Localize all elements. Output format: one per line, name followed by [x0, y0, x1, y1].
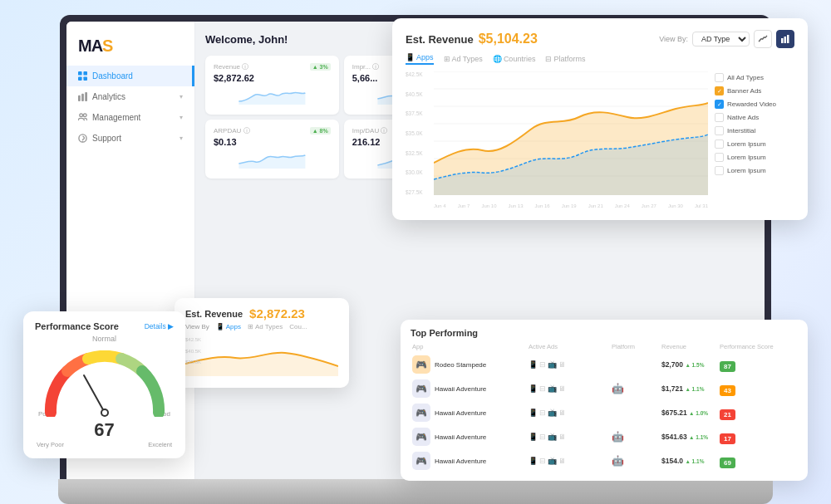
dashboard-icon — [78, 71, 87, 81]
svg-rect-5 — [81, 94, 84, 101]
svg-point-10 — [82, 141, 83, 142]
tab-countries[interactable]: 🌐Countries — [493, 53, 536, 65]
support-chevron: ▾ — [179, 135, 183, 142]
gauge — [35, 346, 174, 417]
legend-all-ad-types[interactable]: All Ad Types — [715, 73, 794, 82]
metric-revenue: Revenue ⓘ ▲ 3% $2,872.62 — [205, 56, 339, 115]
sidebar-item-support[interactable]: Support ▾ — [66, 128, 194, 149]
legend-interstitial[interactable]: Interstitial — [715, 126, 794, 135]
svg-point-7 — [80, 114, 83, 117]
svg-text:$40.5K: $40.5K — [185, 349, 201, 354]
revenue-panel-title: Est. Revenue — [406, 33, 474, 46]
svg-rect-1 — [83, 71, 87, 76]
excellent-label: Excelent — [148, 441, 172, 448]
tab-ad-types[interactable]: ⊞Ad Types — [444, 53, 483, 65]
table-row: 🎮 Hawaii Adventure 📱⊟📺🖥 $675.21 ▲ 1.0% 2… — [411, 401, 798, 424]
svg-rect-0 — [78, 71, 82, 76]
sidebar-support-label: Support — [92, 134, 121, 143]
svg-rect-13 — [787, 35, 789, 43]
legend-lorem2[interactable]: Lorem Ipsum — [715, 153, 794, 162]
table-row: 🎮 Hawaii Adventure 📱⊟📺🖥 🤖 $154.0 ▲ 1.1% … — [411, 449, 798, 472]
est-rev-tab-ad-types[interactable]: ⊞Ad Types — [248, 323, 283, 330]
metric-arpdau: ARPDAU ⓘ ▲ 8% $0.13 — [205, 120, 339, 179]
svg-rect-11 — [781, 38, 784, 43]
table-row: 🎮 Hawaii Adventure 📱⊟📺🖥 🤖 $1,721 ▲ 1.1% … — [411, 377, 798, 400]
legend-native-ads[interactable]: Native Ads — [715, 113, 794, 122]
perf-details-btn[interactable]: Details ▶ — [145, 322, 174, 330]
management-icon — [78, 113, 87, 122]
legend-rewarded-video[interactable]: ✓ Rewarded Video — [715, 100, 794, 109]
est-rev-tab-countries[interactable]: Cou... — [289, 323, 307, 330]
sidebar-analytics-label: Analytics — [92, 92, 125, 101]
svg-rect-12 — [784, 37, 787, 43]
svg-point-23 — [102, 410, 107, 415]
perf-score-value: 67 — [35, 419, 174, 441]
est-rev-tab-apps[interactable]: 📱Apps — [216, 323, 241, 330]
legend-banner-ads[interactable]: ✓ Banner Ads — [715, 86, 794, 95]
tab-apps[interactable]: 📱Apps — [406, 53, 434, 65]
svg-text:$42.5K: $42.5K — [185, 337, 201, 342]
top-performing-title: Top Performing — [411, 328, 798, 338]
top-performing-panel: Top Performing App Active Ads Platform R… — [401, 320, 808, 481]
revenue-chart-panel: Est. Revenue $5,104.23 View By: AD Type … — [392, 18, 808, 220]
est-rev-title: Est. Revenue — [185, 309, 243, 319]
support-icon — [78, 134, 87, 143]
table-row: 🎮 Hawaii Adventure 📱⊟📺🖥 🤖 $541.63 ▲ 1.1%… — [411, 425, 798, 448]
svg-rect-2 — [78, 76, 82, 81]
perf-score-title: Performance Score — [35, 321, 119, 331]
svg-rect-6 — [85, 92, 87, 101]
view-by-label: View By: — [659, 35, 688, 43]
management-chevron: ▾ — [179, 114, 183, 121]
welcome-title: Welcome, John! — [205, 33, 288, 46]
sidebar-item-analytics[interactable]: Analytics ▾ — [66, 86, 194, 107]
bar-chart-btn[interactable] — [776, 30, 794, 48]
svg-point-9 — [79, 135, 86, 142]
very-poor-label: Very Poor — [37, 441, 64, 448]
est-revenue-small-panel: Est. Revenue $2,872.23 View By 📱Apps ⊞Ad… — [175, 298, 349, 388]
sidebar-item-dashboard[interactable]: Dashboard — [66, 66, 194, 86]
svg-text:$35.0K: $35.0K — [185, 360, 201, 365]
tab-platforms[interactable]: ⊟Platforms — [545, 53, 585, 65]
legend-lorem1[interactable]: Lorem Ipsum — [715, 139, 794, 149]
ad-type-select[interactable]: AD Type — [692, 32, 750, 46]
legend-lorem3[interactable]: Lorem Ipsum — [715, 166, 794, 175]
analytics-icon — [78, 92, 87, 101]
table-row: 🎮 Rodeo Stampede 📱⊟📺🖥 $2,700 ▲ 1.5% 87 — [411, 353, 798, 376]
svg-point-8 — [83, 114, 86, 117]
performance-score-panel: Performance Score Details ▶ Normal — [23, 311, 185, 458]
est-rev-amount: $2,872.23 — [249, 306, 305, 321]
line-chart-btn[interactable] — [754, 30, 772, 48]
analytics-chevron: ▾ — [179, 93, 183, 100]
svg-line-21 — [84, 375, 105, 413]
svg-rect-4 — [78, 95, 81, 101]
logo: MAS — [66, 30, 194, 66]
perf-normal-label: Normal — [35, 335, 174, 343]
revenue-chart-svg — [434, 71, 708, 195]
logo-text: MAS — [78, 37, 112, 56]
sidebar-dashboard-label: Dashboard — [92, 71, 133, 81]
svg-rect-3 — [83, 76, 87, 81]
sidebar-management-label: Management — [92, 113, 140, 122]
chart-legend: All Ad Types ✓ Banner Ads ✓ Rewarded Vid… — [715, 71, 794, 208]
est-rev-small-chart: $42.5K $40.5K $35.0K — [185, 335, 338, 376]
sidebar-item-management[interactable]: Management ▾ — [66, 107, 194, 128]
revenue-panel-amount: $5,104.23 — [479, 32, 538, 46]
